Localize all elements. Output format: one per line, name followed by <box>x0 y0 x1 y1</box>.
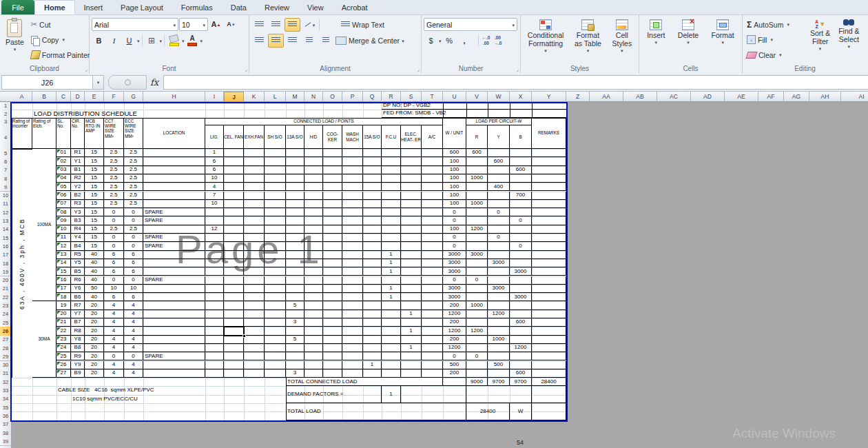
cell-location[interactable]: SPARE <box>143 234 205 242</box>
cell-location[interactable] <box>143 149 205 157</box>
cell-circuit[interactable]: B2 <box>71 192 85 200</box>
cell-point[interactable] <box>265 157 286 165</box>
cell[interactable] <box>443 110 466 118</box>
row-header-25[interactable]: 25 <box>0 318 12 327</box>
cell-location[interactable] <box>143 310 205 318</box>
cell-circuit[interactable]: Y6 <box>71 285 85 293</box>
header-point[interactable]: LIG. <box>205 125 224 149</box>
cell-load-r[interactable]: 0 <box>466 276 488 285</box>
cell-point[interactable] <box>401 174 422 183</box>
row-header-16[interactable]: 16 <box>0 242 12 251</box>
cell[interactable] <box>510 102 532 110</box>
cell-load-r[interactable]: 600 <box>466 149 488 157</box>
cell-circuit[interactable]: R6 <box>71 276 85 285</box>
cell-circuit[interactable]: Y2 <box>71 183 85 191</box>
cell-cct-wire[interactable]: 2.5 <box>104 225 124 234</box>
column-header-K[interactable]: K <box>244 92 265 102</box>
cell-point[interactable] <box>363 208 382 216</box>
cell-point[interactable]: 1 <box>205 149 224 157</box>
cell-cct-wire[interactable]: 2.5 <box>104 166 124 174</box>
cell-point[interactable] <box>323 251 342 259</box>
cell-ecc-wire[interactable]: 2.5 <box>124 200 143 208</box>
cell-remarks[interactable] <box>532 234 566 242</box>
cell-point[interactable] <box>265 267 286 276</box>
column-header-E[interactable]: E <box>85 92 104 102</box>
cell-point[interactable] <box>286 344 304 352</box>
cell-point[interactable] <box>205 293 224 301</box>
cell-point[interactable] <box>244 225 265 234</box>
cell-point[interactable] <box>363 183 382 191</box>
cell-point[interactable]: 10 <box>205 174 224 183</box>
header-point[interactable]: WASH MACH <box>342 125 363 149</box>
cell-point[interactable] <box>342 318 363 327</box>
cell-w-unit[interactable]: 0 <box>443 276 466 285</box>
cell-cct-wire[interactable]: 0 <box>104 216 124 225</box>
cell-point[interactable]: 10 <box>205 200 224 208</box>
cell-ecc-wire[interactable]: 2.5 <box>124 166 143 174</box>
cell-cct-wire[interactable]: 6 <box>104 293 124 301</box>
cell-remarks[interactable] <box>532 149 566 157</box>
cell-point[interactable]: 7 <box>205 192 224 200</box>
cell-point[interactable] <box>224 200 244 208</box>
elcb-rating[interactable]: 100MA <box>32 149 56 301</box>
cell-load-y[interactable]: 600 <box>488 157 510 165</box>
cell-remarks[interactable] <box>532 344 566 352</box>
cell-point[interactable] <box>382 174 401 183</box>
cell-ecc-wire[interactable]: 0 <box>124 276 143 285</box>
align-right-button[interactable] <box>285 34 300 48</box>
row-header-35[interactable]: 35 <box>0 403 12 412</box>
cell[interactable] <box>488 110 510 118</box>
cell-ecc-wire[interactable]: 4 <box>124 327 143 335</box>
cell-w-unit[interactable]: 200 <box>443 369 466 378</box>
cell-location[interactable] <box>143 259 205 267</box>
cell-point[interactable] <box>401 318 422 327</box>
cell-point[interactable] <box>401 192 422 200</box>
cell-point[interactable] <box>244 310 265 318</box>
copy-button[interactable]: Copy▾ <box>29 32 92 47</box>
cell-point[interactable] <box>342 242 363 250</box>
cell-mcb-amp[interactable]: 40 <box>85 293 104 301</box>
cell-load-b[interactable]: 1200 <box>510 344 532 352</box>
cell-load-y[interactable] <box>488 301 510 309</box>
column-header-AE[interactable]: AE <box>725 92 758 102</box>
row-header-18[interactable]: 18 <box>0 259 12 268</box>
number-dialog-launcher[interactable]: ⌟ <box>516 67 519 72</box>
cell-remarks[interactable] <box>532 369 566 378</box>
cell-point[interactable] <box>323 369 342 378</box>
cell-ecc-wire[interactable]: 4 <box>124 301 143 309</box>
cell-ecc-wire[interactable]: 0 <box>124 234 143 242</box>
cell-remarks[interactable] <box>532 192 566 200</box>
cell-w-unit[interactable]: 1200 <box>443 327 466 335</box>
cell-point[interactable] <box>363 174 382 183</box>
cell-point[interactable] <box>286 327 304 335</box>
elcb-rating[interactable]: 30MA <box>32 301 56 378</box>
cell-point[interactable] <box>342 276 363 285</box>
cell-point[interactable]: 1 <box>382 251 401 259</box>
header-rating-incomer[interactable]: Rating of incomer <box>12 118 32 149</box>
header-point[interactable]: EXH.FAN <box>244 125 265 149</box>
cell-load-r[interactable] <box>466 369 488 378</box>
cell-load-y[interactable]: 0 <box>488 234 510 242</box>
cell-point[interactable] <box>265 242 286 250</box>
column-header-R[interactable]: R <box>382 92 401 102</box>
decrease-indent-button[interactable] <box>301 34 317 48</box>
cell-ecc-wire[interactable]: 4 <box>124 318 143 327</box>
cell-point[interactable] <box>363 225 382 234</box>
cell-load-r[interactable] <box>466 234 488 242</box>
column-header-AH[interactable]: AH <box>809 92 841 102</box>
cell-remarks[interactable] <box>532 352 566 360</box>
cell-remarks[interactable] <box>532 285 566 293</box>
cell-mcb-amp[interactable]: 15 <box>85 183 104 191</box>
cell-load-r[interactable] <box>466 293 488 301</box>
cell-circuit[interactable]: B1 <box>71 166 85 174</box>
cell-point[interactable] <box>205 208 224 216</box>
cell-w-unit[interactable]: 200 <box>443 301 466 309</box>
cell-cct-wire[interactable]: 4 <box>104 344 124 352</box>
cell-location[interactable]: SPARE <box>143 216 205 225</box>
cell-point[interactable] <box>342 369 363 378</box>
cell-cct-wire[interactable]: 2.5 <box>104 174 124 183</box>
cell-remarks[interactable] <box>532 216 566 225</box>
insert-cells-button[interactable]: Insert ▾ <box>643 17 668 65</box>
column-header-A[interactable]: A <box>12 92 32 102</box>
cell-point[interactable] <box>304 183 323 191</box>
